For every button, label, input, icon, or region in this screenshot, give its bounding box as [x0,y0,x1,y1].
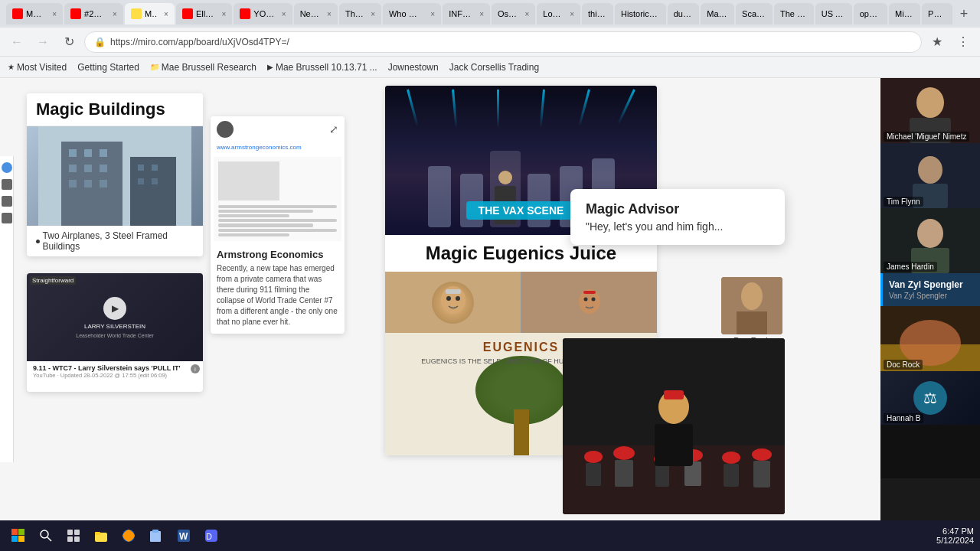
tab-label: The S... [780,9,808,18]
taskbar: W D 6:47 PM 5/12/2024 [0,520,980,551]
tool-4[interactable] [2,213,12,223]
bookmark-mae-research[interactable]: 📁 Mae Brussell Research [150,62,256,73]
tab-close-icon[interactable]: × [282,10,286,18]
word-button[interactable]: W [172,523,196,548]
folder-icon: 📁 [150,63,159,71]
tab-usa[interactable]: US A... [815,3,852,24]
light-1 [407,90,419,127]
stage-lights [385,86,657,128]
windows-start-button[interactable] [6,523,31,548]
head [498,171,512,184]
tool-3[interactable] [2,196,12,207]
tab-close-icon[interactable]: × [524,10,529,18]
info-icon[interactable]: i [191,364,200,373]
task-view-button[interactable] [61,523,86,548]
svg-rect-8 [100,165,107,172]
bookmark-jack-corsellis[interactable]: Jack Corsellis Trading [449,62,539,73]
bookmark-most-visited[interactable]: ★ Most Visited [8,62,67,73]
doc-line [218,219,337,222]
tool-1[interactable] [2,162,12,173]
svg-rect-32 [615,460,633,487]
tab-info[interactable]: INFO... × [443,3,490,24]
explorer-icon [93,528,109,543]
tool-2[interactable] [2,179,12,190]
explorer-button[interactable] [89,523,113,548]
armstrong-title: Armstrong Economics [211,244,345,262]
discord-button[interactable]: D [199,523,224,548]
tab-245[interactable]: #245... × [64,3,123,24]
tab-oper[interactable]: oper... [854,3,887,24]
tab-close-icon[interactable]: × [222,10,227,18]
tab-label: Mas... [707,9,728,18]
tab-new[interactable]: New... × [294,3,338,24]
svg-point-60 [41,530,48,538]
tab-hist[interactable]: Historical... [615,3,666,24]
larry-silverstein-card[interactable]: ▶ LARRY SILVERSTEIN Leaseholder World Tr… [27,273,203,392]
svg-rect-11 [100,180,107,187]
tab-label: Ellio... [196,9,216,18]
search-icon [39,529,53,543]
task-view-icon [67,529,80,543]
reload-button[interactable]: ↻ [58,31,80,53]
play-button[interactable]: ▶ [103,297,126,320]
tab-thin[interactable]: thin... [582,3,613,24]
tab-label: thin... [588,9,607,18]
new-tab-button[interactable]: + [954,3,974,24]
tab-mas[interactable]: Mas... [701,3,734,24]
bookmark-mae-brussell[interactable]: ▶ Mae Brussell 10.13.71 ... [267,62,377,73]
participant-hannah: ⚖ Hannah B [880,371,980,425]
tab-min[interactable]: Min... [889,3,920,24]
tab-dun[interactable]: dun... [668,3,700,24]
tab-label: The... [345,9,364,18]
tab-you[interactable]: YOU... × [234,3,292,24]
url-text: https://miro.com/app/board/uXjVOsd4TPY=/ [110,37,912,47]
tab-miro[interactable]: Mi... × [125,3,175,24]
tab-thes[interactable]: The S... [774,3,814,24]
svg-rect-42 [664,390,684,399]
tab-close-icon[interactable]: × [479,10,484,18]
bookmark-star-button[interactable]: ★ [926,31,948,53]
files-button[interactable] [144,523,168,548]
svg-rect-64 [67,536,73,542]
tab-pat[interactable]: Pat... [922,3,952,24]
address-bar[interactable]: 🔒 https://miro.com/app/board/uXjVOsd4TPY… [84,31,922,53]
tab-whowa[interactable]: Who Wa... × [383,3,441,24]
svg-rect-6 [69,165,77,172]
magic-advisor-title: Magic Advisor [586,201,769,217]
svg-text:W: W [179,531,188,542]
eugenics-faces [385,272,657,333]
forward-button[interactable]: → [32,31,54,53]
bookmark-getting-started[interactable]: Getting Started [77,62,139,73]
trump-card [563,338,785,514]
firefox-button[interactable] [116,523,141,548]
svg-text:D: D [206,532,212,541]
tab-close-icon[interactable]: × [52,10,57,18]
expand-icon[interactable]: ⤢ [329,123,338,135]
search-button[interactable] [34,523,58,548]
back-button[interactable]: ← [6,31,28,53]
tab-close-icon[interactable]: × [164,10,168,18]
straightforward-badge: Straightforward [30,276,76,285]
miro-canvas[interactable]: Magic Buildings [0,78,880,551]
tab-label: YOU... [253,9,275,18]
tab-close-icon[interactable]: × [371,10,375,18]
tab-osw[interactable]: Osw... × [492,3,535,24]
tab-logi[interactable]: Logi... × [537,3,580,24]
tab-mae[interactable]: Mae... × [6,3,63,24]
tab-scap[interactable]: Scap... [736,3,773,24]
browser-menu-button[interactable]: ⋮ [952,31,974,53]
video-bg: ▶ LARRY SILVERSTEIN Leaseholder World Tr… [27,273,203,361]
tab-close-icon[interactable]: × [570,10,574,18]
svg-rect-38 [724,464,739,487]
light-6 [617,89,635,125]
tab-the[interactable]: The... × [339,3,381,24]
tab-close-icon[interactable]: × [113,10,117,18]
doc-line [218,229,337,232]
svg-rect-67 [95,532,100,535]
participant-name-michael: Michael 'Miguel' Nimetz [884,132,969,142]
tab-ellio[interactable]: Ellio... × [176,3,232,24]
bookmark-jownestown[interactable]: Jownestown [388,62,439,73]
tab-close-icon[interactable]: × [327,10,332,18]
magic-buildings-title: Magic Buildings [27,93,203,126]
tab-close-icon[interactable]: × [430,10,435,18]
